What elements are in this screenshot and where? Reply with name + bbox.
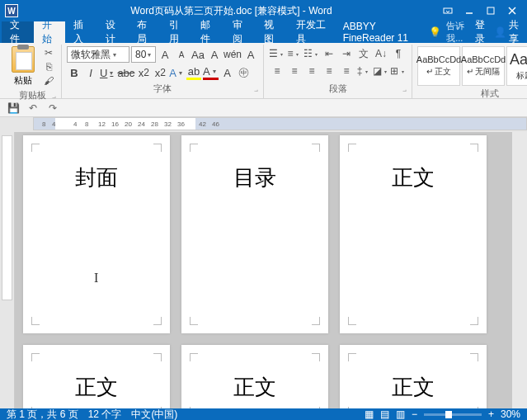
sort-button[interactable]: A↓ <box>373 46 389 61</box>
styles-gallery: AaBbCcDd↵ 正文 AaBbCcDd↵ 无间隔 AaBb标题 1 ▴ ▾ … <box>417 46 527 86</box>
format-painter-button[interactable]: 🖌 <box>41 74 56 87</box>
shading-button[interactable]: ◪▾ <box>373 64 389 78</box>
page-5[interactable]: 正文 <box>181 345 328 408</box>
tab-view[interactable]: 视图 <box>256 21 288 43</box>
vertical-ruler[interactable] <box>0 132 15 408</box>
text-effects-button[interactable]: A▾ <box>169 65 185 80</box>
group-clipboard: 粘贴 ✂ ⎘ 🖌 剪贴板 <box>3 45 62 98</box>
show-marks-button[interactable]: ¶ <box>390 46 407 61</box>
decrease-font-button[interactable]: A <box>174 47 189 62</box>
tab-developer[interactable]: 开发工具 <box>288 21 335 43</box>
style-heading1[interactable]: AaBb标题 1 <box>506 46 527 86</box>
window-title: Word页码从第三页开始.doc [兼容模式] - Word <box>25 4 438 18</box>
view-web-icon[interactable]: ▥ <box>396 408 405 420</box>
tell-me-icon[interactable]: 💡 <box>429 26 441 38</box>
share-button[interactable]: 👤共享 <box>494 18 519 46</box>
align-left-button[interactable]: ≡ <box>269 64 285 78</box>
workspace: 封面I目录正文正文正文正文 <box>0 132 527 408</box>
align-center-button[interactable]: ≡ <box>286 64 303 78</box>
highlight-button[interactable]: ab <box>186 65 201 80</box>
char-border-button[interactable]: A <box>243 47 258 62</box>
page-4[interactable]: 正文 <box>23 345 170 408</box>
bold-button[interactable]: B <box>67 65 82 80</box>
decrease-indent-button[interactable]: ⇤ <box>321 46 337 61</box>
zoom-level[interactable]: 30% <box>501 408 520 420</box>
strikethrough-button[interactable]: abc <box>117 65 134 80</box>
style-no-spacing[interactable]: AaBbCcDd↵ 无间隔 <box>462 46 505 86</box>
tab-home[interactable]: 开始 <box>34 21 66 43</box>
char-shading-button[interactable]: A <box>220 65 235 80</box>
page-1[interactable]: 封面I <box>23 135 170 333</box>
status-page[interactable]: 第 1 页，共 6 页 <box>7 408 78 421</box>
group-styles: AaBbCcDd↵ 正文 AaBbCcDd↵ 无间隔 AaBb标题 1 ▴ ▾ … <box>412 45 527 98</box>
bullets-button[interactable]: ☰▾ <box>269 46 285 61</box>
login-link[interactable]: 登录 <box>475 18 489 46</box>
copy-button[interactable]: ⎘ <box>41 60 56 73</box>
tell-me[interactable]: 告诉我... <box>446 20 470 45</box>
asian-layout-button[interactable]: 文 <box>355 46 372 61</box>
font-color-button[interactable]: A▾ <box>203 65 219 80</box>
page-2[interactable]: 目录 <box>181 135 328 333</box>
increase-font-button[interactable]: A <box>158 47 172 62</box>
tab-references[interactable]: 引用 <box>161 21 193 43</box>
group-label-paragraph: 段落 <box>269 81 407 97</box>
phonetic-button[interactable]: wén <box>224 47 242 62</box>
page-content: 正文 <box>392 373 435 402</box>
clear-format-button[interactable]: A <box>207 47 222 62</box>
distribute-button[interactable]: ≡ <box>338 64 355 78</box>
align-right-button[interactable]: ≡ <box>303 64 320 78</box>
view-print-icon[interactable]: ▦ <box>365 408 374 420</box>
tab-layout[interactable]: 布局 <box>129 21 161 43</box>
cut-button[interactable]: ✂ <box>41 46 56 59</box>
minimize-icon[interactable] <box>459 3 479 18</box>
underline-button[interactable]: U▾ <box>100 65 115 80</box>
group-label-font: 字体 <box>67 81 258 97</box>
document-area[interactable]: 封面I目录正文正文正文正文 <box>15 132 512 408</box>
tab-insert[interactable]: 插入 <box>65 21 97 43</box>
text-cursor: I <box>94 271 98 286</box>
svg-rect-2 <box>487 7 494 14</box>
style-normal[interactable]: AaBbCcDd↵ 正文 <box>417 46 460 86</box>
page-6[interactable]: 正文 <box>340 345 487 408</box>
zoom-out-button[interactable]: − <box>412 408 417 420</box>
paste-icon <box>12 46 35 73</box>
subscript-button[interactable]: x2 <box>136 65 151 80</box>
share-icon: 👤 <box>494 26 506 38</box>
tab-design[interactable]: 设计 <box>97 21 129 43</box>
multilevel-button[interactable]: ☷▾ <box>303 46 320 61</box>
group-font: 微软雅黑▾ 80▾ A A Aa A wén A B I U▾ abc x2 x… <box>62 45 264 98</box>
group-label-styles: 样式 <box>417 86 527 101</box>
borders-button[interactable]: ⊞▾ <box>390 64 407 78</box>
horizontal-ruler[interactable]: 8 4 4 8 12 16 20 24 28 32 36 42 46 <box>0 117 527 132</box>
group-paragraph: ☰▾ ≡▾ ☷▾ ⇤ ⇥ 文 A↓ ¶ ≡ ≡ ≡ ≡ ≡ ‡▾ ◪▾ ⊞▾ 段… <box>264 45 412 98</box>
superscript-button[interactable]: x2 <box>153 65 167 80</box>
status-words[interactable]: 12 个字 <box>88 408 122 421</box>
close-icon[interactable] <box>502 3 522 18</box>
zoom-slider[interactable] <box>424 413 482 416</box>
zoom-in-button[interactable]: + <box>488 408 494 420</box>
font-size-selector[interactable]: 80▾ <box>131 46 156 63</box>
italic-button[interactable]: I <box>83 65 98 80</box>
line-spacing-button[interactable]: ‡▾ <box>355 64 372 78</box>
increase-indent-button[interactable]: ⇥ <box>338 46 355 61</box>
numbering-button[interactable]: ≡▾ <box>286 46 303 61</box>
ribbon: 粘贴 ✂ ⎘ 🖌 剪贴板 微软雅黑▾ 80▾ A A Aa A wén A B <box>0 43 527 99</box>
page-content: 正文 <box>392 163 435 192</box>
tab-mailings[interactable]: 邮件 <box>192 21 224 43</box>
paste-button[interactable]: 粘贴 <box>8 46 38 87</box>
enclose-char-button[interactable]: ㊥ <box>237 65 252 80</box>
menu-bar: 文件 开始 插入 设计 布局 引用 邮件 审阅 视图 开发工具 ABBYY Fi… <box>0 21 527 43</box>
vertical-scrollbar[interactable] <box>512 132 527 408</box>
ribbon-options-icon[interactable] <box>438 3 458 18</box>
justify-button[interactable]: ≡ <box>321 64 337 78</box>
maximize-icon[interactable] <box>481 3 501 18</box>
page-3[interactable]: 正文 <box>340 135 487 333</box>
view-read-icon[interactable]: ▤ <box>380 408 389 420</box>
tab-abbyy[interactable]: ABBYY FineReader 11 <box>335 21 430 43</box>
status-language[interactable]: 中文(中国) <box>131 408 177 421</box>
tab-review[interactable]: 审阅 <box>224 21 256 43</box>
tab-file[interactable]: 文件 <box>2 21 34 43</box>
font-name-selector[interactable]: 微软雅黑▾ <box>67 46 129 63</box>
page-content: 目录 <box>233 163 276 192</box>
change-case-button[interactable]: Aa <box>191 47 205 62</box>
